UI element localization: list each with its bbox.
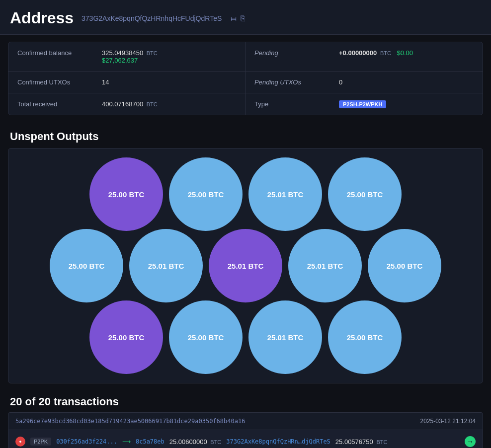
- pending-btc: +0.00000000: [339, 49, 377, 57]
- type-value: P2SH-P2WPKH: [339, 100, 386, 108]
- tx-addr-sep: ⟶: [122, 438, 131, 445]
- page-header: Address 373G2AxKe8pqnQfQzHRnhqHcFUdjQdRT…: [0, 0, 491, 35]
- type-cell: Type P2SH-P2WPKH: [246, 93, 483, 115]
- tx-amount-in: 25.00600000 BTC: [169, 438, 222, 446]
- tx-addr-from-1[interactable]: 030f256ad3f224...: [56, 438, 117, 445]
- bubble-1-3[interactable]: 25.01 BTC: [288, 229, 362, 302]
- total-received-label: Total received: [17, 100, 87, 108]
- confirmed-balance-btc: 325.04938450: [102, 49, 143, 57]
- pending-utxos-value: 0: [339, 78, 342, 86]
- tx-amount-out-value: 25.00576750: [335, 438, 373, 446]
- qr-icon[interactable]: ⧦: [231, 14, 237, 23]
- confirmed-utxos-label: Confirmed UTXOs: [17, 78, 87, 86]
- bubble-row-1: 25.00 BTC 25.01 BTC 25.01 BTC 25.01 BTC …: [47, 226, 444, 305]
- total-received-cell: Total received 400.07168700 BTC: [8, 93, 246, 115]
- type-badge: P2SH-P2WPKH: [339, 100, 386, 108]
- pending-value: +0.00000000 BTC $0.00: [339, 49, 413, 57]
- tx-type-badge: P2PK: [30, 438, 51, 446]
- total-received-btc: 400.07168700: [102, 100, 143, 108]
- bubble-row-0: 25.00 BTC 25.00 BTC 25.01 BTC 25.00 BTC: [86, 154, 405, 234]
- confirmed-utxos-cell: Confirmed UTXOs 14: [8, 72, 246, 93]
- bubble-0-1[interactable]: 25.00 BTC: [169, 157, 243, 231]
- bubble-2-1[interactable]: 25.00 BTC: [169, 300, 243, 374]
- tx-amount-out: 25.00576750 BTC: [335, 438, 388, 446]
- total-received-unit: BTC: [147, 101, 158, 107]
- bubble-1-4[interactable]: 25.00 BTC: [368, 229, 441, 302]
- bubble-1-1[interactable]: 25.01 BTC: [129, 229, 203, 302]
- bubbles-container: 25.00 BTC 25.00 BTC 25.01 BTC 25.00 BTC …: [8, 148, 483, 383]
- confirmed-balance-unit: BTC: [147, 50, 158, 56]
- tx-amount-in-unit: BTC: [210, 439, 221, 445]
- tx-outgoing-icon: →: [465, 436, 476, 447]
- bubble-row-2: 25.00 BTC 25.00 BTC 25.01 BTC 25.00 BTC: [86, 298, 405, 377]
- confirmed-balance-label: Confirmed balance: [17, 49, 87, 57]
- confirmed-balance-value: 325.04938450 BTC $27,062,637: [102, 49, 158, 64]
- type-label: Type: [254, 100, 324, 108]
- pending-utxos-cell: Pending UTXOs 0: [246, 72, 483, 93]
- bubble-2-0[interactable]: 25.00 BTC: [89, 300, 163, 374]
- tx-amount-out-unit: BTC: [376, 439, 387, 445]
- tx-addr-to[interactable]: 373G2AxKe8pqnQfQzHRn…djQdRTeS: [226, 438, 330, 445]
- bubble-0-2[interactable]: 25.01 BTC: [248, 157, 322, 231]
- pending-usd: $0.00: [397, 49, 413, 57]
- bubble-0-0[interactable]: 25.00 BTC: [89, 157, 163, 231]
- pending-label: Pending: [254, 49, 324, 57]
- tx-addr-from-2[interactable]: 8c5a78eb: [136, 438, 164, 445]
- bubble-2-2[interactable]: 25.01 BTC: [248, 300, 322, 374]
- bubble-1-2[interactable]: 25.01 BTC: [209, 229, 282, 302]
- pending-unit: BTC: [380, 50, 391, 56]
- bubble-1-0[interactable]: 25.00 BTC: [50, 229, 123, 302]
- tx-direction-icon: ●: [15, 437, 25, 447]
- confirmed-balance-cell: Confirmed balance 325.04938450 BTC $27,0…: [8, 42, 246, 72]
- header-icons: ⧦ ⎘: [231, 14, 245, 23]
- transactions-title: 20 of 20 transactions: [0, 390, 491, 412]
- confirmed-utxos-value: 14: [102, 78, 109, 86]
- pending-utxos-label: Pending UTXOs: [254, 78, 324, 86]
- tx-detail-row: ● P2PK 030f256ad3f224... ⟶ 8c5a78eb 25.0…: [8, 430, 483, 448]
- unspent-outputs-title: Unspent Outputs: [0, 122, 491, 148]
- tx-hash-row: 5a296ce7e93bcd368cd03e185d719423ae500669…: [8, 412, 483, 430]
- total-received-value: 400.07168700 BTC: [102, 100, 158, 108]
- tx-amount-in-value: 25.00600000: [169, 438, 207, 446]
- pending-cell: Pending +0.00000000 BTC $0.00: [246, 42, 483, 72]
- info-grid: Confirmed balance 325.04938450 BTC $27,0…: [8, 42, 483, 115]
- bubble-0-3[interactable]: 25.00 BTC: [328, 157, 402, 231]
- address-value: 373G2AxKe8pqnQfQzHRnhqHcFUdjQdRTeS: [82, 14, 222, 22]
- copy-icon[interactable]: ⎘: [241, 14, 245, 23]
- tx-timestamp: 2025-03-12 21:12:04: [420, 418, 476, 425]
- page-title: Address: [10, 9, 74, 27]
- tx-hash[interactable]: 5a296ce7e93bcd368cd03e185d719423ae500669…: [15, 418, 245, 425]
- confirmed-balance-usd: $27,062,637: [102, 57, 158, 64]
- bubble-2-3[interactable]: 25.00 BTC: [328, 300, 402, 374]
